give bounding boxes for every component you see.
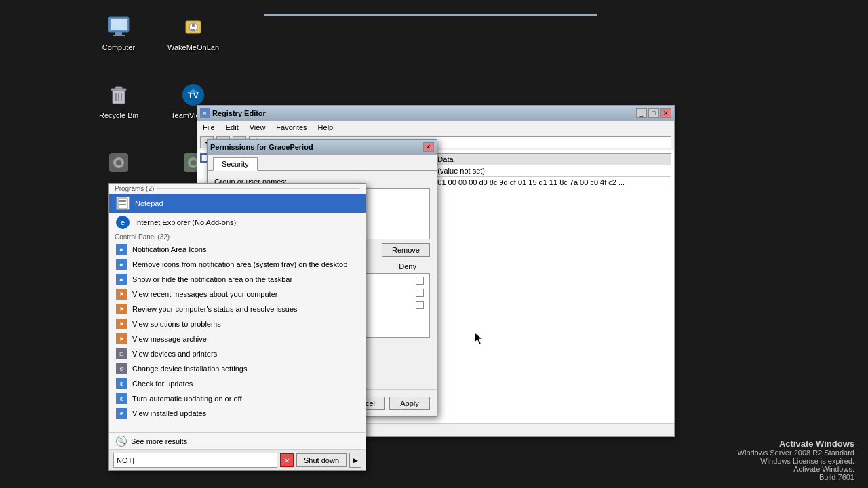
cp-shield2-icon: ⊕ bbox=[116, 393, 127, 404]
menu-help[interactable]: Help bbox=[313, 122, 339, 133]
tab-security[interactable]: Security bbox=[213, 157, 258, 171]
svg-rect-10 bbox=[118, 93, 119, 101]
wakemeonlan-icon[interactable]: WakeMeOnLan bbox=[170, 14, 217, 52]
svg-rect-7 bbox=[191, 29, 195, 30]
shutdown-arrow-button[interactable]: ▶ bbox=[349, 453, 361, 468]
wakemeonlan-label: WakeMeOnLan bbox=[167, 43, 219, 52]
maximize-button[interactable]: □ bbox=[648, 108, 659, 118]
recycle-bin-label: Recycle Bin bbox=[99, 111, 138, 119]
minimize-button[interactable]: _ bbox=[636, 108, 647, 118]
cp-remove-icon: ■ bbox=[116, 259, 127, 270]
programs-header: Programs (2) bbox=[115, 185, 154, 192]
permissions-close-button[interactable]: ✕ bbox=[423, 142, 434, 152]
cp-item-label: View message archive bbox=[132, 335, 207, 343]
activate-line1: Windows Server 2008 R2 Standard bbox=[738, 449, 854, 457]
control-panel-section: ■ Notification Area Icons ■ Remove icons… bbox=[109, 242, 366, 432]
settings1-icon[interactable] bbox=[95, 149, 142, 179]
computer-icon[interactable]: Computer bbox=[95, 14, 142, 52]
cp-item-label: Review your computer's status and resolv… bbox=[132, 305, 298, 313]
search-input[interactable] bbox=[113, 453, 277, 468]
cp-item-auto-update[interactable]: ⊕ Turn automatic updating on or off bbox=[109, 391, 366, 406]
menu-view[interactable]: View bbox=[244, 122, 271, 133]
activate-line2: Windows License is expired. bbox=[738, 457, 854, 465]
cp-item-remove-icons[interactable]: ■ Remove icons from notification area (s… bbox=[109, 257, 366, 272]
see-more-label: See more results bbox=[131, 437, 187, 445]
permissions-title: Permissions for GracePeriod bbox=[210, 143, 313, 151]
registry-editor-menubar: File Edit View Favorites Help bbox=[197, 121, 674, 134]
activate-line4: Build 7601 bbox=[738, 473, 854, 481]
notepad-label: Notepad bbox=[135, 199, 163, 207]
cp-item-label: Turn automatic updating on or off bbox=[132, 394, 241, 403]
cp-gear-icon: ⚙ bbox=[116, 363, 127, 374]
svg-rect-13 bbox=[115, 87, 122, 89]
cp-item-view-messages[interactable]: ⚑ View recent messages about your comput… bbox=[109, 287, 366, 302]
cp-item-check-updates[interactable]: ⊕ Check for updates bbox=[109, 376, 366, 391]
svg-rect-25 bbox=[119, 200, 126, 201]
svg-point-18 bbox=[116, 160, 121, 165]
menu-file[interactable]: File bbox=[197, 122, 220, 133]
svg-rect-11 bbox=[121, 93, 122, 101]
svg-rect-26 bbox=[119, 201, 126, 202]
menu-edit[interactable]: Edit bbox=[220, 122, 244, 133]
cp-showhide-icon: ■ bbox=[116, 274, 127, 285]
registry-editor-titlebar[interactable]: R Registry Editor _ □ ✕ bbox=[197, 106, 674, 121]
menu-favorites[interactable]: Favorites bbox=[271, 122, 312, 133]
svg-rect-28 bbox=[119, 204, 126, 205]
cp-item-label: View devices and printers bbox=[132, 350, 217, 358]
cp-item-label: View recent messages about your computer bbox=[132, 290, 277, 298]
cp-flag-icon: ⚑ bbox=[116, 289, 127, 300]
activate-main-text: Activate Windows bbox=[738, 439, 854, 449]
cp-item-label: View solutions to problems bbox=[132, 320, 221, 328]
deny-column-label: Deny bbox=[399, 262, 430, 270]
registry-editor-icon: R bbox=[200, 108, 210, 118]
perm-checkbox-2[interactable] bbox=[416, 289, 424, 297]
svg-rect-6 bbox=[192, 24, 195, 27]
cp-item-label: Show or hide the notification area on th… bbox=[132, 275, 292, 283]
ie-label: Internet Explorer (No Add-ons) bbox=[135, 218, 236, 226]
notepad-icon bbox=[116, 197, 130, 210]
permissions-tabs: Security bbox=[208, 155, 437, 171]
search-more-icon: 🔍 bbox=[116, 436, 127, 447]
start-item-ie[interactable]: e Internet Explorer (No Add-ons) bbox=[109, 213, 366, 232]
cp-printer-icon: ⊡ bbox=[116, 348, 127, 359]
cp-item-review-status[interactable]: ⚑ Review your computer's status and reso… bbox=[109, 302, 366, 317]
apply-button[interactable]: Apply bbox=[389, 396, 430, 410]
registry-editor-title: Registry Editor bbox=[212, 109, 266, 117]
cp-item-devices[interactable]: ⊡ View devices and printers bbox=[109, 346, 366, 361]
svg-rect-2 bbox=[115, 32, 122, 35]
cp-item-device-installation[interactable]: ⚙ Change device installation settings bbox=[109, 361, 366, 376]
cp-item-label: Notification Area Icons bbox=[132, 245, 206, 253]
recycle-bin-icon[interactable]: Recycle Bin bbox=[95, 81, 142, 119]
loading-bar bbox=[264, 14, 597, 16]
start-menu: Programs (2) Notepad e Internet Explorer… bbox=[108, 183, 366, 471]
cp-item-label: Change device installation settings bbox=[132, 365, 247, 373]
cp-item-installed-updates[interactable]: ⊕ View installed updates bbox=[109, 406, 366, 421]
perm-checkbox-3[interactable] bbox=[416, 301, 424, 309]
ie-icon: e bbox=[116, 216, 130, 229]
remove-button[interactable]: Remove bbox=[382, 243, 430, 257]
perm-checkbox-1[interactable] bbox=[416, 277, 424, 285]
cp-shield-icon: ⊕ bbox=[116, 378, 127, 389]
svg-rect-9 bbox=[115, 93, 117, 101]
desktop-icons-row1: Computer WakeMeOnLan bbox=[95, 14, 217, 52]
search-clear-button[interactable]: ✕ bbox=[280, 453, 294, 467]
permissions-titlebar[interactable]: Permissions for GracePeriod ✕ bbox=[208, 140, 437, 155]
see-more-results[interactable]: 🔍 See more results bbox=[109, 432, 366, 449]
cp-item-message-archive[interactable]: ⚑ View message archive bbox=[109, 331, 366, 346]
shutdown-button[interactable]: Shut down bbox=[296, 453, 347, 467]
activate-watermark: Activate Windows Windows Server 2008 R2 … bbox=[738, 439, 854, 481]
svg-point-21 bbox=[191, 160, 196, 165]
cp-item-show-hide[interactable]: ■ Show or hide the notification area on … bbox=[109, 272, 366, 287]
cp-item-notification-icons[interactable]: ■ Notification Area Icons bbox=[109, 242, 366, 257]
desktop: Computer WakeMeOnLan bbox=[0, 0, 868, 488]
svg-rect-3 bbox=[113, 35, 125, 36]
cp-shield3-icon: ⊕ bbox=[116, 408, 127, 419]
svg-rect-27 bbox=[119, 203, 125, 203]
value-data: 01 00 00 00 d0 8c 9d df 01 15 d1 11 8c 7… bbox=[433, 177, 671, 188]
col-data: Data bbox=[433, 154, 671, 165]
start-item-notepad[interactable]: Notepad bbox=[109, 194, 366, 213]
cp-flag2-icon: ⚑ bbox=[116, 304, 127, 314]
search-bar: ✕ Shut down ▶ bbox=[109, 449, 366, 470]
cp-item-solutions[interactable]: ⚑ View solutions to problems bbox=[109, 317, 366, 331]
close-button[interactable]: ✕ bbox=[660, 108, 671, 118]
